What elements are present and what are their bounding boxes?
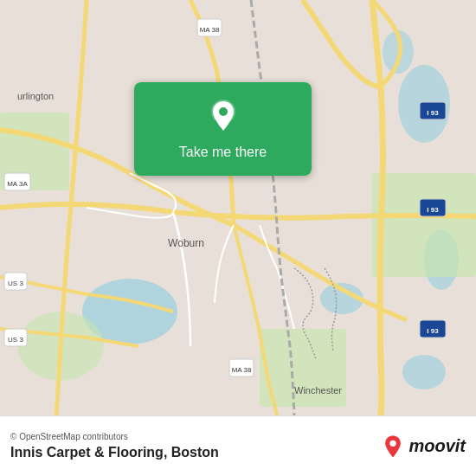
- bottom-left: © OpenStreetMap contributors Innis Carpe…: [10, 432, 219, 460]
- svg-text:Winchester: Winchester: [294, 385, 342, 396]
- svg-rect-8: [372, 173, 476, 277]
- popup-green-section: Take me there: [134, 82, 312, 176]
- attribution-text: © OpenStreetMap contributors: [10, 432, 219, 441]
- svg-point-4: [402, 355, 446, 389]
- map-background: MA 38 MA 38 MA 38 MA 3A US 3 US 3 I 93 I…: [0, 0, 476, 415]
- svg-text:I 93: I 93: [427, 109, 439, 117]
- moovit-text: moovit: [408, 436, 466, 456]
- svg-text:US 3: US 3: [8, 280, 23, 287]
- take-me-there-button[interactable]: Take me there: [172, 141, 273, 164]
- moovit-pin-icon: [381, 434, 405, 459]
- moovit-logo[interactable]: moovit: [381, 434, 466, 459]
- svg-point-33: [219, 107, 228, 116]
- svg-text:urlington: urlington: [17, 91, 54, 101]
- svg-text:MA 3A: MA 3A: [7, 180, 28, 188]
- svg-text:MA 38: MA 38: [232, 366, 252, 374]
- svg-text:I 93: I 93: [427, 327, 439, 335]
- place-name: Innis Carpet & Flooring, Boston: [10, 445, 219, 460]
- svg-text:I 93: I 93: [427, 206, 439, 214]
- map-container: MA 38 MA 38 MA 38 MA 3A US 3 US 3 I 93 I…: [0, 0, 476, 415]
- svg-point-34: [390, 440, 396, 446]
- location-pin-icon: [206, 98, 241, 132]
- svg-text:Woburn: Woburn: [168, 237, 204, 249]
- bottom-bar: © OpenStreetMap contributors Innis Carpe…: [0, 415, 476, 476]
- svg-text:MA 38: MA 38: [200, 26, 220, 34]
- svg-text:US 3: US 3: [8, 336, 23, 344]
- popup-card: Take me there: [134, 82, 312, 176]
